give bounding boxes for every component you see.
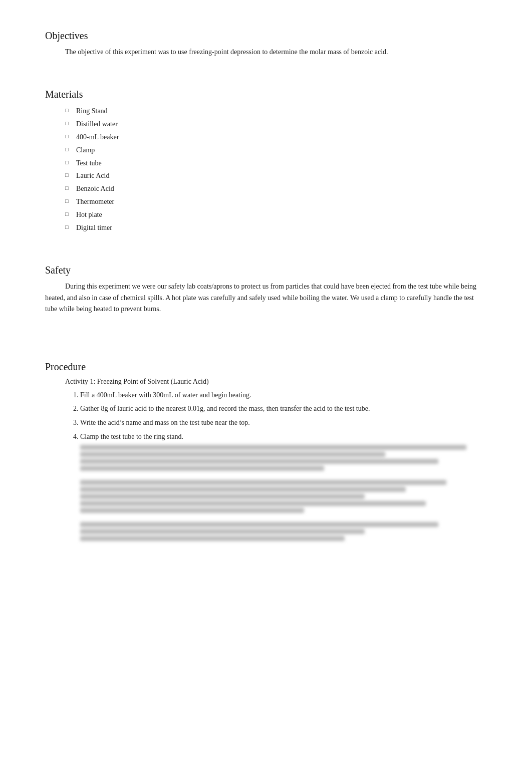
blurred-item-5 — [80, 445, 487, 471]
blurred-item-6 — [80, 480, 487, 513]
materials-list-item: Clamp — [65, 144, 487, 156]
safety-section: Safety During this experiment we were ou… — [45, 265, 487, 315]
procedure-title: Procedure — [45, 361, 487, 373]
safety-body: During this experiment we were our safet… — [45, 281, 487, 315]
procedure-step-3: Write the acid’s name and mass on the te… — [80, 417, 487, 428]
materials-list-item: Ring Stand — [65, 105, 487, 117]
procedure-section: Procedure Activity 1: Freezing Point of … — [45, 361, 487, 542]
materials-list-item: 400-mL beaker — [65, 131, 487, 143]
materials-list-item: Thermometer — [65, 196, 487, 208]
materials-section: Materials Ring StandDistilled water400-m… — [45, 89, 487, 233]
materials-list-item: Distilled water — [65, 118, 487, 130]
procedure-activity-1: Activity 1: Freezing Point of Solvent (L… — [45, 378, 487, 542]
materials-list-item: Digital timer — [65, 222, 487, 234]
procedure-step-4: Clamp the test tube to the ring stand. — [80, 431, 487, 442]
materials-list-item: Test tube — [65, 157, 487, 169]
procedure-step-1: Fill a 400mL beaker with 300mL of water … — [80, 390, 487, 401]
activity1-title: Activity 1: Freezing Point of Solvent (L… — [65, 378, 487, 386]
blurred-item-7 — [80, 522, 487, 541]
materials-list-item: Benzoic Acid — [65, 183, 487, 195]
objectives-title: Objectives — [45, 30, 487, 42]
materials-list-item: Hot plate — [65, 209, 487, 221]
objectives-section: Objectives The objective of this experim… — [45, 30, 487, 58]
objectives-body: The objective of this experiment was to … — [45, 47, 487, 58]
materials-title: Materials — [45, 89, 487, 100]
materials-list: Ring StandDistilled water400-mL beakerCl… — [45, 105, 487, 233]
procedure-step-2: Gather 8g of lauric acid to the nearest … — [80, 403, 487, 414]
materials-list-item: Lauric Acid — [65, 170, 487, 182]
blurred-content — [65, 445, 487, 541]
procedure-steps-list: Fill a 400mL beaker with 300mL of water … — [65, 390, 487, 442]
spacer-4 — [45, 346, 487, 361]
spacer-2 — [45, 249, 487, 265]
spacer-3 — [45, 331, 487, 346]
spacer-1 — [45, 74, 487, 89]
safety-title: Safety — [45, 265, 487, 276]
